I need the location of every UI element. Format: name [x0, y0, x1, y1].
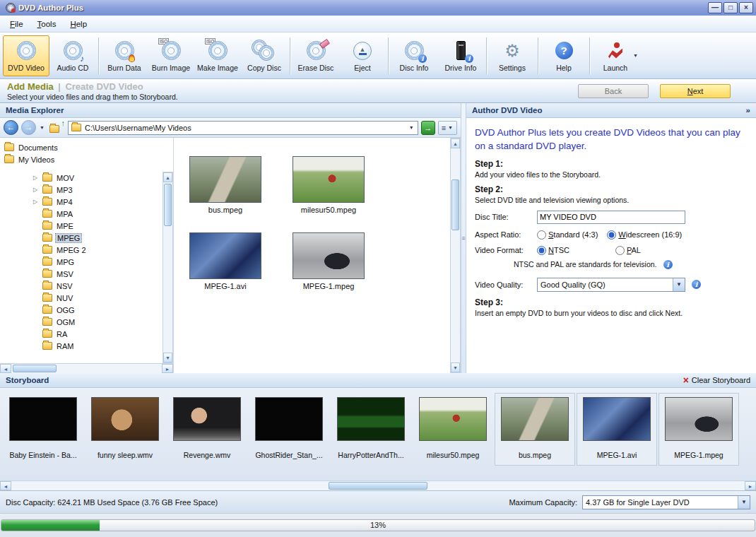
storyboard-horizontal-scrollbar[interactable]: ◄ ►	[0, 480, 756, 490]
storyboard-thumbnail[interactable]	[419, 397, 487, 441]
folder-item-mov[interactable]: ▷ MOV	[0, 172, 163, 184]
storyboard-thumbnail[interactable]	[9, 397, 77, 441]
back-button[interactable]: Back	[578, 84, 649, 98]
file-item-mpeg1-mpeg[interactable]: MPEG-1.mpeg	[293, 232, 365, 290]
folder-item-msv[interactable]: MSV	[0, 268, 163, 280]
toolbar-button-drive-info[interactable]: i Drive Info	[437, 35, 484, 76]
file-item-mpeg1-avi[interactable]: MPEG-1.avi	[189, 232, 261, 290]
scroll-thumb[interactable]	[164, 184, 172, 226]
video-quality-dropdown[interactable]: Good Quality (GQ) ▼	[537, 278, 685, 292]
views-button[interactable]: ≡ ▼	[438, 121, 457, 135]
launch-dropdown-arrow[interactable]: ▼	[633, 53, 638, 58]
radio-input[interactable]	[615, 246, 625, 255]
format-pal-radio[interactable]: PAL	[615, 246, 641, 255]
storyboard-item[interactable]: Revenge.wmv	[167, 393, 247, 466]
storyboard-thumbnail[interactable]	[337, 397, 405, 441]
storyboard-item[interactable]: funny sleep.wmv	[85, 393, 165, 466]
toolbar-button-erase-disc[interactable]: Erase Disc	[293, 35, 339, 76]
format-ntsc-radio[interactable]: NTSC	[537, 246, 569, 255]
toolbar-button-dvd-video[interactable]: DVD Video	[3, 35, 49, 76]
scroll-left-button[interactable]: ◄	[0, 481, 11, 490]
go-button[interactable]: →	[421, 121, 435, 135]
folder-item-mpeg2[interactable]: MPEG 2	[0, 244, 163, 256]
disc-title-input[interactable]	[537, 211, 685, 224]
history-dropdown-arrow[interactable]: ▼	[39, 125, 45, 130]
radio-input[interactable]	[537, 246, 546, 255]
folder-item-mpeg[interactable]: MPEG	[0, 232, 163, 244]
menu-help[interactable]: Help	[63, 18, 94, 30]
panel-splitter[interactable]: ≡	[461, 103, 466, 373]
toolbar-button-help[interactable]: ? Help	[541, 35, 587, 76]
expand-icon[interactable]: ▷	[31, 175, 40, 181]
scroll-down-button[interactable]: ▼	[163, 353, 172, 362]
folder-item-mp4[interactable]: ▷ MP4	[0, 196, 163, 208]
scroll-left-button[interactable]: ◄	[0, 364, 11, 373]
folder-item-ra[interactable]: RA	[0, 328, 163, 340]
aspect-widescreen-radio[interactable]: Widescreen (16:9)	[607, 230, 682, 240]
max-capacity-dropdown[interactable]: 4.37 GB for Single Layer DVD ▼	[582, 495, 750, 509]
back-nav-button[interactable]: ←	[4, 120, 18, 135]
files-vertical-scrollbar[interactable]: ▲ ▼	[450, 138, 461, 373]
expand-icon[interactable]: ▷	[31, 187, 40, 193]
chevron-down-icon[interactable]: ▼	[738, 496, 750, 509]
folder-item-ogm[interactable]: OGM	[0, 316, 163, 328]
scroll-thumb[interactable]	[451, 179, 459, 230]
file-thumbnail[interactable]	[189, 232, 261, 279]
next-button[interactable]: Next	[660, 84, 731, 98]
clear-storyboard-button[interactable]: × Clear Storyboard	[683, 375, 750, 385]
storyboard-item[interactable]: Baby Einstein - Ba...	[3, 393, 83, 466]
folder-item-ogg[interactable]: OGG	[0, 304, 163, 316]
folder-item-mpg[interactable]: MPG	[0, 256, 163, 268]
forward-nav-button[interactable]: →	[21, 120, 36, 135]
folder-item-nsv[interactable]: NSV	[0, 280, 163, 292]
chevron-down-icon[interactable]: ▼	[673, 278, 685, 291]
storyboard-item[interactable]: MPEG-1.mpeg	[658, 393, 739, 466]
toolbar-button-eject[interactable]: ▲ Eject	[339, 35, 386, 76]
storyboard-thumbnail[interactable]	[91, 397, 159, 441]
info-icon[interactable]: i	[692, 280, 701, 289]
storyboard-thumbnail[interactable]	[501, 397, 569, 441]
scroll-right-button[interactable]: ►	[162, 364, 173, 373]
tree-item-documents[interactable]: Documents	[0, 141, 173, 153]
tree-horizontal-scrollbar[interactable]: ◄ ►	[0, 363, 173, 373]
menu-file[interactable]: File	[3, 18, 30, 30]
folder-item-nuv[interactable]: NUV	[0, 292, 163, 304]
storyboard-thumbnail[interactable]	[665, 397, 733, 441]
radio-input[interactable]	[607, 230, 616, 240]
scroll-thumb[interactable]	[329, 482, 427, 490]
address-bar[interactable]: C:\Users\Username\My Videos ▼	[68, 121, 418, 135]
toolbar-button-copy-disc[interactable]: Copy Disc	[241, 35, 288, 76]
maximize-button[interactable]: □	[723, 2, 738, 13]
toolbar-button-settings[interactable]: ⚙ Settings	[489, 35, 536, 76]
file-item-bus[interactable]: bus.mpeg	[189, 156, 261, 214]
storyboard-thumbnail[interactable]	[255, 397, 323, 441]
menu-tools[interactable]: Tools	[30, 18, 64, 30]
scroll-right-button[interactable]: ►	[745, 481, 756, 490]
radio-input[interactable]	[537, 230, 546, 240]
toolbar-button-disc-info[interactable]: i Disc Info	[391, 35, 437, 76]
file-thumbnail[interactable]	[189, 156, 261, 203]
toolbar-button-make-image[interactable]: ISO Make Image	[194, 35, 241, 76]
file-item-milesur50[interactable]: milesur50.mpeg	[293, 156, 365, 214]
scroll-down-button[interactable]: ▼	[451, 362, 460, 372]
folder-item-mpe[interactable]: MPE	[0, 220, 163, 232]
close-button[interactable]: ×	[739, 2, 753, 13]
expand-icon[interactable]: ▷	[31, 199, 40, 205]
file-thumbnail[interactable]	[293, 156, 365, 203]
storyboard-thumbnail[interactable]	[583, 397, 651, 441]
file-thumbnail[interactable]	[293, 232, 365, 279]
storyboard-item[interactable]: MPEG-1.avi	[577, 393, 657, 466]
tree-item-my-videos[interactable]: My Videos	[0, 153, 173, 165]
scroll-thumb[interactable]	[13, 365, 57, 372]
toolbar-button-audio-cd[interactable]: ♪ Audio CD	[49, 35, 96, 76]
folder-item-ram[interactable]: RAM	[0, 340, 163, 352]
collapse-panel-icon[interactable]: »	[746, 106, 750, 114]
folder-item-mpa[interactable]: MPA	[0, 208, 163, 220]
toolbar-button-burn-data[interactable]: Burn Data	[101, 35, 148, 76]
aspect-standard-radio[interactable]: Standard (4:3)	[537, 230, 598, 240]
toolbar-button-burn-image[interactable]: ISO Burn Image	[148, 35, 194, 76]
folder-item-mp3[interactable]: ▷ MP3	[0, 184, 163, 196]
up-folder-button[interactable]: ↑	[48, 121, 65, 135]
address-dropdown-arrow[interactable]: ▼	[408, 125, 415, 130]
storyboard-item[interactable]: GhostRider_Stan_...	[249, 393, 329, 466]
